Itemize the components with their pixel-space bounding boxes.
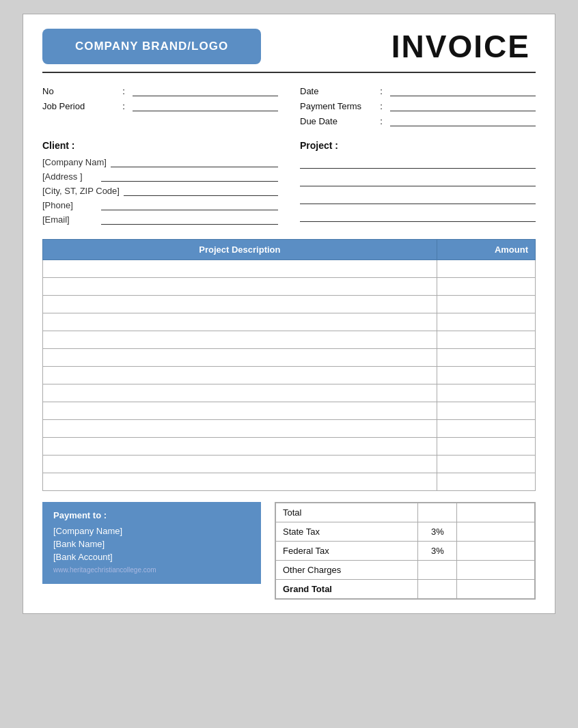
table-row[interactable] [43, 331, 536, 349]
grand-total-pct [418, 580, 457, 599]
no-colon: : [118, 86, 130, 96]
due-date-row: Due Date : [300, 115, 536, 126]
date-label: Date [300, 86, 375, 96]
client-address-row: [Address ] [42, 171, 278, 182]
job-period-row: Job Period : [42, 100, 278, 111]
date-field[interactable] [390, 85, 536, 96]
grand-total-value[interactable] [457, 580, 535, 599]
payment-terms-row: Payment Terms : [300, 100, 536, 111]
payment-title: Payment to : [53, 510, 250, 520]
client-address-field[interactable] [101, 171, 278, 182]
project-line-1[interactable] [300, 156, 536, 169]
table-row[interactable] [43, 278, 536, 296]
row-desc[interactable] [43, 296, 437, 313]
company-logo-button[interactable]: COMPANY BRAND/LOGO [42, 29, 261, 64]
client-title: Client : [42, 140, 278, 151]
row-amount[interactable] [437, 384, 535, 402]
invoice-page: COMPANY BRAND/LOGO INVOICE No : Job Peri… [23, 14, 555, 614]
table-row[interactable] [43, 402, 536, 420]
row-desc[interactable] [43, 367, 437, 384]
row-amount[interactable] [437, 473, 535, 491]
total-row: Total [276, 503, 535, 522]
total-value[interactable] [457, 503, 535, 522]
state-tax-label: State Tax [276, 522, 418, 542]
job-period-field[interactable] [133, 100, 278, 111]
project-line-3[interactable] [300, 192, 536, 204]
table-row[interactable] [43, 420, 536, 438]
table-row[interactable] [43, 473, 536, 491]
federal-tax-label: Federal Tax [276, 542, 418, 561]
payment-bank: [Bank Name] [53, 539, 250, 549]
row-desc[interactable] [43, 456, 437, 473]
table-row[interactable] [43, 349, 536, 367]
row-desc[interactable] [43, 420, 437, 438]
row-desc[interactable] [43, 331, 437, 349]
table-row[interactable] [43, 384, 536, 402]
total-label: Total [276, 503, 418, 522]
other-charges-value[interactable] [457, 561, 535, 580]
federal-tax-pct: 3% [418, 542, 457, 561]
client-phone-field[interactable] [101, 199, 278, 210]
client-company-field[interactable] [111, 156, 278, 167]
col-header-amount: Amount [437, 240, 535, 260]
row-amount[interactable] [437, 331, 535, 349]
state-tax-pct: 3% [418, 522, 457, 542]
row-amount[interactable] [437, 349, 535, 367]
client-company-text: [Company Nam] [42, 157, 107, 167]
row-desc[interactable] [43, 402, 437, 420]
table-row[interactable] [43, 367, 536, 384]
table-row[interactable] [43, 313, 536, 331]
row-desc[interactable] [43, 384, 437, 402]
state-tax-row: State Tax 3% [276, 522, 535, 542]
project-title: Project : [300, 140, 536, 151]
table-row[interactable] [43, 456, 536, 473]
info-right: Date : Payment Terms : Due Date : [300, 85, 536, 130]
federal-tax-value[interactable] [457, 542, 535, 561]
project-line-4[interactable] [300, 210, 536, 222]
federal-tax-row: Federal Tax 3% [276, 542, 535, 561]
row-amount[interactable] [437, 367, 535, 384]
client-block: Client : [Company Nam] [Address ] [City,… [42, 140, 278, 228]
row-amount[interactable] [437, 278, 535, 296]
total-pct [418, 503, 457, 522]
row-amount[interactable] [437, 402, 535, 420]
row-amount[interactable] [437, 456, 535, 473]
project-block: Project : [300, 140, 536, 228]
no-label: No [42, 86, 118, 96]
payment-company: [Company Name] [53, 526, 250, 536]
table-row[interactable] [43, 438, 536, 456]
project-line-2[interactable] [300, 174, 536, 186]
row-amount[interactable] [437, 420, 535, 438]
invoice-title: INVOICE [261, 28, 536, 65]
row-amount[interactable] [437, 438, 535, 456]
client-project-section: Client : [Company Nam] [Address ] [City,… [42, 140, 536, 228]
footer-section: Payment to : [Company Name] [Bank Name] … [42, 502, 536, 600]
row-desc[interactable] [43, 313, 437, 331]
row-amount[interactable] [437, 313, 535, 331]
client-company-row: [Company Nam] [42, 156, 278, 167]
job-period-label: Job Period [42, 101, 118, 111]
client-email-field[interactable] [101, 214, 278, 225]
row-amount[interactable] [437, 260, 535, 278]
totals-block: Total State Tax 3% Federal Tax 3% Other … [275, 502, 536, 600]
row-amount[interactable] [437, 296, 535, 313]
table-row[interactable] [43, 260, 536, 278]
row-desc[interactable] [43, 260, 437, 278]
row-desc[interactable] [43, 278, 437, 296]
no-field[interactable] [133, 85, 278, 96]
other-charges-label: Other Charges [276, 561, 418, 580]
client-city-field[interactable] [124, 185, 278, 196]
client-phone-text: [Phone] [42, 200, 97, 210]
client-email-text: [Email] [42, 214, 97, 225]
state-tax-value[interactable] [457, 522, 535, 542]
payment-terms-field[interactable] [390, 100, 536, 111]
due-date-label: Due Date [300, 116, 375, 126]
row-desc[interactable] [43, 473, 437, 491]
client-city-row: [City, ST, ZIP Code] [42, 185, 278, 196]
table-row[interactable] [43, 296, 536, 313]
due-date-field[interactable] [390, 115, 536, 126]
row-desc[interactable] [43, 349, 437, 367]
info-left: No : Job Period : [42, 85, 278, 130]
row-desc[interactable] [43, 438, 437, 456]
client-address-text: [Address ] [42, 171, 97, 182]
